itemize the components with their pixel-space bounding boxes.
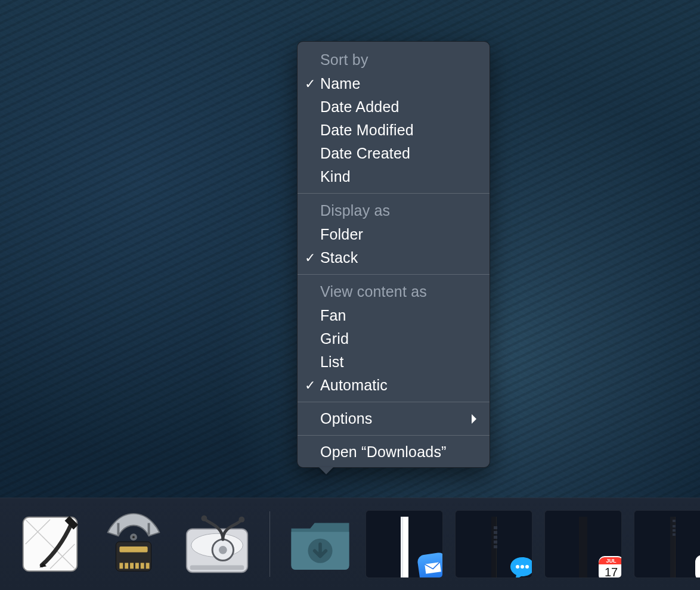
svg-rect-3 [119, 563, 123, 569]
menu-separator [298, 193, 490, 194]
window-body [670, 517, 676, 577]
menu-separator [298, 274, 490, 275]
menu-header-sort-by: Sort by [298, 48, 490, 72]
dock-app-script-editor[interactable] [14, 508, 86, 580]
window-body [491, 517, 497, 577]
svg-point-21 [521, 565, 524, 569]
dock: JUL 17 [0, 498, 700, 590]
checkmark-icon: ✓ [305, 378, 315, 393]
menu-item-sort-date-created[interactable]: Date Created [298, 142, 490, 165]
menu-item-display-stack[interactable]: ✓ Stack [298, 246, 490, 269]
menu-item-label: Name [320, 75, 361, 92]
calendar-badge-day: 17 [605, 564, 618, 578]
menu-item-view-automatic[interactable]: ✓ Automatic [298, 374, 490, 397]
menu-item-display-folder[interactable]: Folder [298, 223, 490, 246]
menu-item-options[interactable]: Options [298, 407, 490, 430]
svg-point-17 [201, 516, 207, 521]
menu-item-label: Grid [320, 330, 349, 347]
menu-item-sort-date-added[interactable]: Date Added [298, 95, 490, 119]
disk-utility-icon [182, 509, 252, 579]
messages-app-badge-icon [508, 554, 532, 578]
menu-item-sort-kind[interactable]: Kind [298, 165, 490, 188]
svg-point-16 [219, 546, 227, 554]
svg-rect-7 [141, 563, 144, 569]
menu-item-label: Date Modified [320, 122, 414, 138]
svg-point-10 [132, 536, 135, 538]
slack-app-badge-icon [695, 555, 700, 578]
svg-rect-4 [125, 563, 128, 569]
menu-item-label: Date Added [320, 98, 399, 115]
dock-divider [270, 511, 270, 577]
dock-minimized-window-slack[interactable] [634, 510, 700, 578]
dock-folder-context-menu: Sort by ✓ Name Date Added Date Modified … [297, 41, 490, 468]
menu-header-view-content-as: View content as [298, 280, 490, 304]
mail-app-badge-icon [417, 552, 443, 578]
menu-item-label: List [320, 353, 344, 370]
system-information-icon [98, 509, 169, 579]
svg-rect-14 [190, 565, 244, 570]
dock-downloads-folder[interactable] [287, 516, 354, 573]
menu-item-view-grid[interactable]: Grid [298, 327, 490, 350]
menu-item-label: Automatic [320, 377, 388, 393]
window-body [579, 517, 587, 577]
menu-item-label: Options [320, 410, 373, 427]
menu-item-label: Fan [320, 307, 346, 324]
menu-item-label: Folder [320, 226, 363, 243]
script-editor-icon [15, 509, 85, 579]
menu-item-view-fan[interactable]: Fan [298, 304, 490, 327]
svg-rect-8 [146, 563, 150, 569]
menu-separator [298, 435, 490, 436]
checkmark-icon: ✓ [305, 250, 315, 266]
menu-item-label: Kind [320, 168, 351, 185]
menu-header-display-as: Display as [298, 198, 490, 223]
svg-point-18 [239, 517, 244, 523]
menu-item-open-downloads[interactable]: Open “Downloads” [298, 440, 490, 464]
menu-separator [298, 402, 490, 402]
calendar-badge-month: JUL [599, 557, 622, 564]
menu-item-sort-date-modified[interactable]: Date Modified [298, 119, 490, 142]
svg-point-22 [525, 565, 529, 569]
dock-app-disk-utility[interactable] [181, 508, 253, 580]
svg-point-20 [516, 565, 519, 569]
calendar-app-badge-icon: JUL 17 [599, 556, 622, 578]
dock-minimized-window-messages[interactable] [455, 510, 532, 578]
svg-rect-5 [130, 563, 134, 569]
menu-item-label: Date Created [320, 145, 410, 162]
window-body [401, 517, 408, 577]
menu-item-label: Stack [320, 249, 358, 266]
downloads-folder-icon [287, 516, 354, 573]
menu-item-view-list[interactable]: List [298, 350, 490, 374]
menu-item-label: Open “Downloads” [320, 443, 447, 460]
dock-minimized-window-mail[interactable] [366, 510, 443, 578]
svg-rect-6 [135, 563, 139, 569]
dock-minimized-window-calendar[interactable]: JUL 17 [544, 510, 622, 578]
svg-rect-2 [119, 546, 147, 552]
dock-app-system-information[interactable] [98, 508, 169, 580]
checkmark-icon: ✓ [305, 76, 315, 92]
menu-item-sort-name[interactable]: ✓ Name [298, 72, 490, 95]
